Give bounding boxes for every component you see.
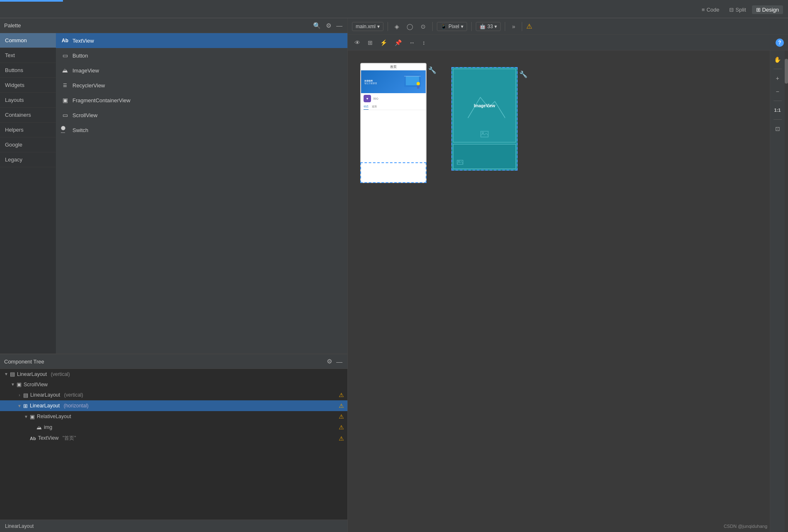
widget-switch[interactable]: ⬤— Switch <box>56 123 347 137</box>
help-button[interactable]: ? <box>776 39 784 47</box>
screen-topbar: 首页 <box>361 64 426 70</box>
banner-illustration <box>400 70 425 93</box>
vert-button[interactable]: ↕ <box>420 38 428 48</box>
tree-content: ▼ ▤ LinearLayout (vertical) ▼ ▣ ScrollVi… <box>0 369 347 520</box>
warning-icon: ⚠ <box>339 402 344 409</box>
zoom-out-button[interactable]: − <box>772 86 783 97</box>
button-icon: ▭ <box>61 51 69 60</box>
tree-header-icons: ⚙ — <box>326 357 343 366</box>
tab-yunhuo: 运活 <box>372 104 377 110</box>
category-common[interactable]: Common <box>0 33 56 48</box>
tree-item-linearlayout-v[interactable]: › ▤ LinearLayout (vertical) ⚠ <box>0 390 347 400</box>
warning-icon: ⚠ <box>339 435 344 442</box>
locale-button[interactable]: ⊙ <box>418 22 428 31</box>
fit-button[interactable]: ⊡ <box>772 123 783 135</box>
switch-icon: ⬤— <box>61 126 69 134</box>
scrollbar-thumb[interactable] <box>785 59 788 84</box>
widget-button[interactable]: ▭ Button <box>56 48 347 63</box>
category-helpers[interactable]: Helpers <box>0 123 56 137</box>
zoom-in-button[interactable]: + <box>772 72 783 84</box>
textview-tree-label: TextView "首页" <box>38 435 339 442</box>
nightmode-button[interactable]: ◯ <box>404 22 416 31</box>
design-toolbar-1: main.xml ▾ ◈ ◯ ⊙ 📱 Pixel ▾ 🤖 33 <box>348 18 788 35</box>
file-selector[interactable]: main.xml ▾ <box>352 22 383 31</box>
bottom-label: LinearLayout <box>0 520 347 532</box>
tree-item-linearlayout-root[interactable]: ▼ ▤ LinearLayout (vertical) <box>0 369 347 379</box>
eye-icon: 👁 <box>354 39 360 46</box>
palette-title: Palette <box>4 22 21 29</box>
relativelayout-label: RelativeLayout <box>37 414 339 419</box>
design-view-button[interactable]: ⊞ Design <box>752 5 783 14</box>
move-button[interactable]: ↔ <box>407 38 417 48</box>
widget-scrollview[interactable]: ▭ ScrollView <box>56 108 347 123</box>
linearlayout-h-icon: ⊞ <box>23 403 28 409</box>
category-layouts[interactable]: Layouts <box>0 93 56 108</box>
app-icon-symbol: ♥ <box>366 97 369 101</box>
errors-button[interactable]: ⚡ <box>378 38 390 48</box>
img-icon: ⛰ <box>36 424 42 431</box>
screen-app-icon: ♥ <box>364 95 371 102</box>
fragmentcontainerview-icon: ▣ <box>61 96 69 104</box>
csdn-watermark: CSDN @junqiduhang <box>724 524 767 529</box>
widget-imageview[interactable]: ⛰ ImageView <box>56 63 347 78</box>
widget-list: Ab TextView ▭ Button ⛰ ImageView ☰ Recyc… <box>56 33 347 354</box>
grid-icon: ⊞ <box>368 39 373 46</box>
api-selector[interactable]: 🤖 33 ▾ <box>476 22 501 31</box>
category-buttons[interactable]: Buttons <box>0 63 56 78</box>
minimize-icon: — <box>336 22 342 29</box>
widget-recyclerview[interactable]: ☰ RecyclerView <box>56 78 347 93</box>
recyclerview-icon: ☰ <box>61 81 69 89</box>
tree-item-relativelayout[interactable]: ▼ ▣ RelativeLayout ⚠ <box>0 411 347 422</box>
linearlayout-v-icon: ▤ <box>23 392 28 398</box>
tree-minimize-button[interactable]: — <box>335 357 343 366</box>
banner-text2: 智云工程管理 <box>364 82 377 84</box>
category-text[interactable]: Text <box>0 48 56 63</box>
category-widgets[interactable]: Widgets <box>0 78 56 93</box>
tree-title: Component Tree <box>4 359 44 365</box>
file-name: main.xml <box>356 24 376 29</box>
device-selector[interactable]: 📱 Pixel ▾ <box>437 22 467 31</box>
palette-minimize-button[interactable]: — <box>335 21 343 30</box>
screen-banner: 欢迎使用 智云工程管理 <box>361 70 426 93</box>
device1-frame: 首页 欢迎使用 智云工程管理 <box>360 63 427 183</box>
main-area: Palette 🔍 ⚙ — Common Text <box>0 18 788 532</box>
orientation-icon: ◈ <box>395 23 399 30</box>
category-legacy[interactable]: Legacy <box>0 152 56 167</box>
split-view-button[interactable]: ⊟ Split <box>725 5 750 14</box>
grid-button[interactable]: ⊞ <box>365 38 375 48</box>
code-view-button[interactable]: ≡ Code <box>698 5 724 14</box>
pin-button[interactable]: 📌 <box>392 38 404 48</box>
palette-settings-button[interactable]: ⚙ <box>325 21 332 30</box>
widget-fragmentcontainerview[interactable]: ▣ FragmentContainerView <box>56 93 347 108</box>
hand-tool-button[interactable]: ✋ <box>772 54 783 65</box>
canvas-scroll[interactable]: 🔧 首页 欢迎使用 智云工程管理 <box>348 51 770 532</box>
blueprint-bottom-box <box>453 144 516 169</box>
palette-search-button[interactable]: 🔍 <box>312 21 322 30</box>
tree-item-textview[interactable]: Ab TextView "首页" ⚠ <box>0 433 347 444</box>
api-label: 33 <box>487 24 493 29</box>
imageview-icon: ⛰ <box>61 66 69 75</box>
fit-icon: ⊡ <box>775 125 780 132</box>
widget-textview[interactable]: Ab TextView <box>56 33 347 48</box>
tree-settings-button[interactable]: ⚙ <box>326 357 333 366</box>
orientation-button[interactable]: ◈ <box>392 22 402 31</box>
warning-icon: ⚠ <box>339 424 344 431</box>
one-to-one-button[interactable]: 1:1 <box>772 104 783 116</box>
tree-item-linearlayout-h[interactable]: ▼ ⊞ LinearLayout (horizontal) ⚠ <box>0 400 347 411</box>
locale-icon: ⊙ <box>421 23 426 30</box>
errors-icon: ⚡ <box>380 39 387 46</box>
palette-section: Palette 🔍 ⚙ — Common Text <box>0 18 347 354</box>
more-button[interactable]: » <box>509 22 518 31</box>
more-icon: » <box>512 23 515 30</box>
split-icon: ⊟ <box>729 7 734 13</box>
design-toolbar-2: 👁 ⊞ ⚡ 📌 ↔ ↕ ? <box>348 35 788 51</box>
separator <box>388 22 388 31</box>
tree-item-img[interactable]: ⛰ img ⚠ <box>0 422 347 433</box>
eye-button[interactable]: 👁 <box>352 38 363 48</box>
app-label-wrapper: 比心 <box>374 97 378 101</box>
category-containers[interactable]: Containers <box>0 108 56 123</box>
tree-item-scrollview[interactable]: ▼ ▣ ScrollView <box>0 379 347 390</box>
category-google[interactable]: Google <box>0 137 56 152</box>
screen-content-area <box>361 110 426 176</box>
scrollbar-track[interactable] <box>785 51 788 532</box>
